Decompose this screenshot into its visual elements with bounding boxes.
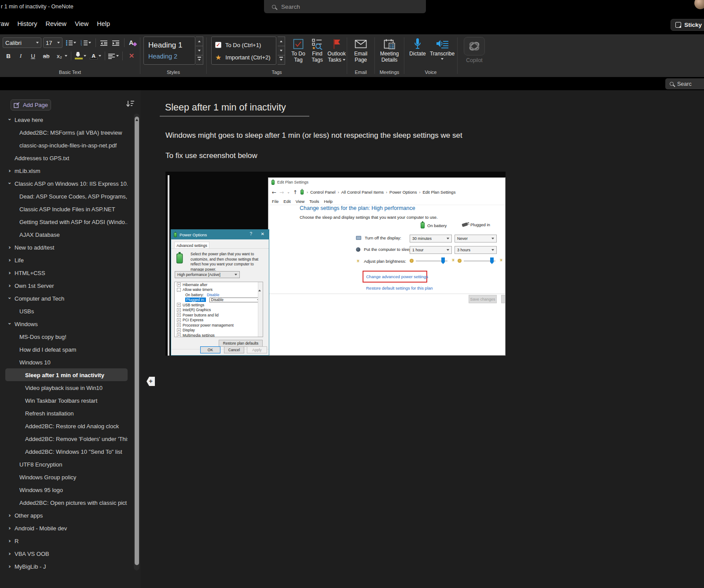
subscript-button[interactable]: x₂ [54, 51, 69, 61]
sidebar-page-item[interactable]: Added2BC: Windows 10 "Send To" list [5, 445, 128, 458]
highlight-button[interactable] [73, 51, 88, 61]
paragraph-alignment-button[interactable] [107, 51, 120, 61]
menu-item-help[interactable]: Help [97, 20, 110, 27]
slider-thumb[interactable] [441, 257, 445, 264]
ep-menu-edit[interactable]: Edit [283, 199, 290, 204]
chevron-right-icon[interactable]: › [7, 522, 13, 534]
sidebar-page-item[interactable]: classic-asp-include-files-in-asp-net.pdf [5, 139, 128, 151]
po-setting-value[interactable]: Disable [207, 293, 219, 297]
sleep-plugged-select[interactable]: 3 hours [455, 246, 497, 254]
list-scrollbar[interactable] [258, 282, 263, 337]
sidebar-page-item[interactable]: Refresh installation [5, 407, 128, 419]
po-tree-item[interactable]: Plugged in:Disable [175, 298, 263, 303]
sidebar-page-item[interactable]: Video playback issue in Win10 [5, 381, 128, 394]
expand-box-icon[interactable]: + [177, 333, 181, 337]
brightness-slider-plugged[interactable]: ☀ [458, 257, 503, 265]
brightness-slider-battery[interactable]: ☀ [410, 257, 455, 265]
back-icon[interactable]: ← [272, 189, 276, 195]
expand-box-icon[interactable]: + [177, 318, 181, 322]
ep-menu-tools[interactable]: Tools [309, 199, 319, 204]
expand-box-icon[interactable]: + [177, 308, 181, 312]
chevron-right-icon[interactable]: › [7, 266, 13, 279]
sidebar-page-item[interactable]: AJAX Database [5, 228, 128, 241]
cancel-button[interactable]: Cancel [224, 346, 244, 353]
sidebar-page-item[interactable]: USBs [5, 305, 128, 317]
chevron-down-icon[interactable]: › [5, 321, 16, 327]
gallery-more-button[interactable] [278, 55, 285, 65]
sidebar-page-item[interactable]: ›VBA VS OOB [5, 547, 128, 560]
sidebar-page-item[interactable]: Dead: ASP Source Codes, ASP Programs, A… [5, 190, 128, 202]
search-box[interactable]: Search [264, 0, 426, 13]
apply-button[interactable]: Apply [247, 346, 267, 353]
outlook-tasks-button[interactable]: Outlook Tasks [326, 37, 347, 63]
chevron-right-icon[interactable]: › [7, 241, 13, 254]
sticky-notes-button[interactable]: Sticky [671, 19, 704, 31]
chevron-right-icon[interactable]: › [7, 254, 13, 266]
help-button[interactable]: ? [249, 232, 252, 236]
sidebar-scrollbar[interactable] [134, 114, 139, 570]
po-tree-item[interactable]: On battery:Disable [175, 292, 263, 298]
chevron-down-icon[interactable]: › [5, 180, 16, 187]
sidebar-page-item[interactable]: Sleep after 1 min of inactivity [5, 368, 128, 381]
sidebar-page-item[interactable]: Added2BC: Open pictures with classic pic… [5, 496, 128, 509]
todo-tag-button[interactable]: To Do Tag [289, 37, 308, 63]
display-battery-select[interactable]: 30 minutes [410, 235, 452, 243]
meeting-details-button[interactable]: Meeting Details [378, 37, 400, 63]
italic-button[interactable]: I [15, 51, 26, 61]
decrease-indent-button[interactable] [99, 37, 109, 48]
ep-menu-help[interactable]: Help [324, 199, 333, 204]
sidebar-page-item[interactable]: ›New to add/test [5, 241, 128, 254]
strikethrough-button[interactable]: ab [40, 51, 53, 61]
expand-box-icon[interactable]: + [177, 313, 181, 317]
menu-item-raw[interactable]: raw [0, 20, 9, 27]
sidebar-page-item[interactable]: ›HTML+CSS [5, 266, 128, 279]
scroll-down-button[interactable] [196, 46, 203, 55]
po-setting-combo[interactable]: Disable [209, 298, 261, 302]
sidebar-page-item[interactable]: ›mLib.xlsm [5, 164, 128, 177]
scrollbar-thumb[interactable] [135, 117, 139, 565]
sidebar-page-item[interactable]: Windows 95 logo [5, 483, 128, 496]
po-tree-item[interactable]: +USB settings [175, 302, 263, 308]
sidebar-page-item[interactable]: MS-Dos copy bug! [5, 330, 128, 343]
forward-icon[interactable]: → [279, 189, 284, 195]
ep-menu-file[interactable]: File [272, 199, 279, 204]
po-tree-item[interactable]: +Display [175, 328, 263, 333]
scroll-up-button[interactable] [278, 37, 285, 46]
sidebar-page-item[interactable]: Windows 10 [5, 356, 128, 368]
style-heading-2[interactable]: Heading 2 [148, 51, 191, 62]
po-tree-item[interactable]: +Power buttons and lid [175, 312, 263, 318]
breadcrumb-item[interactable]: Edit Plan Settings [422, 190, 455, 195]
advanced-power-settings-link[interactable]: Change advanced power settings [366, 274, 428, 279]
sidebar-page-item[interactable]: Win Taskbar Toolbars restart [5, 394, 128, 407]
chevron-down-icon[interactable]: › [5, 117, 16, 123]
numbered-list-button[interactable]: 1 2 3 [79, 37, 92, 48]
sidebar-page-item[interactable]: ›Classic ASP on Windows 10: IIS Express … [5, 177, 128, 190]
breadcrumb-item[interactable]: Control Panel [310, 190, 336, 195]
po-setting-label-selected[interactable]: Plugged in: [185, 298, 206, 302]
ep-menu-view[interactable]: View [296, 199, 304, 204]
chevron-right-icon[interactable]: › [7, 560, 13, 573]
advanced-settings-tab[interactable]: Advanced settings [174, 242, 209, 249]
note-paragraph[interactable]: Windows might goes to sleep after 1 min … [165, 131, 462, 140]
expand-box-icon[interactable]: + [177, 328, 181, 332]
font-color-button[interactable]: A [88, 51, 103, 61]
find-tags-button[interactable]: ★ Find Tags [308, 37, 326, 63]
sidebar-page-item[interactable]: ›Life [5, 254, 128, 266]
sort-pages-button[interactable] [126, 100, 135, 110]
po-tree-item[interactable]: +Processor power management [175, 323, 263, 328]
sidebar-page-item[interactable]: Getting Started with ASP for ADSI (Windo… [5, 215, 128, 228]
email-page-button[interactable]: Email Page [351, 37, 370, 63]
scroll-down-button[interactable] [278, 46, 285, 55]
close-button[interactable]: ✕ [261, 232, 264, 236]
bold-button[interactable]: B [3, 51, 14, 61]
note-paragraph[interactable]: To fix use screenshot below [165, 151, 257, 160]
chevron-down-icon[interactable]: › [5, 295, 16, 301]
insert-page-marker[interactable]: + [147, 377, 155, 386]
cancel-button-cropped[interactable] [501, 295, 506, 303]
expand-box-icon[interactable]: + [177, 283, 181, 287]
chevron-right-icon[interactable]: › [7, 534, 13, 547]
chevron-down-icon[interactable]: ⌄ [287, 190, 290, 194]
delete-button[interactable]: ✕ [125, 51, 138, 61]
menu-item-review[interactable]: Review [46, 20, 67, 27]
sleep-battery-select[interactable]: 1 hour [410, 246, 452, 254]
